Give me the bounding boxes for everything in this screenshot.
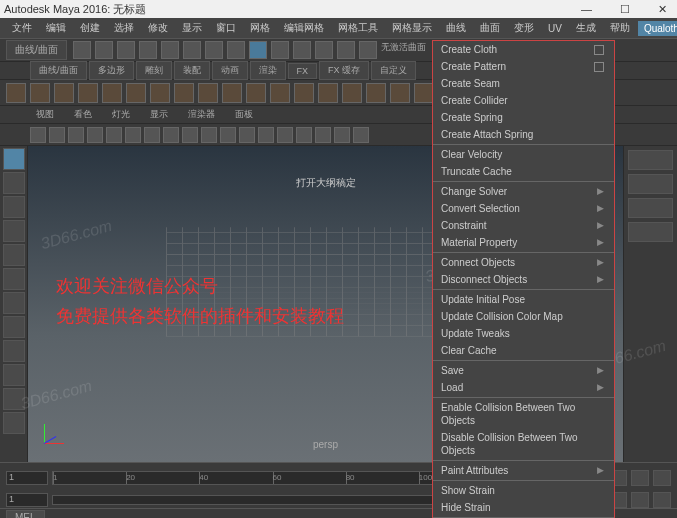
time-slider[interactable]: 120406080100120 bbox=[52, 471, 493, 485]
close-button[interactable]: ✕ bbox=[652, 3, 673, 16]
shelf-tab[interactable]: 曲线/曲面 bbox=[30, 61, 87, 80]
menu-item-clear-velocity[interactable]: Clear Velocity bbox=[433, 146, 614, 163]
vp-tool-icon[interactable] bbox=[353, 127, 369, 143]
tool-icon[interactable] bbox=[271, 41, 289, 59]
step-fwd-button[interactable] bbox=[631, 470, 649, 486]
panel-tab[interactable] bbox=[628, 150, 673, 170]
menu-文件[interactable]: 文件 bbox=[6, 19, 38, 37]
tool-icon[interactable] bbox=[117, 41, 135, 59]
tool-icon[interactable] bbox=[73, 41, 91, 59]
vp-menu-item[interactable]: 灯光 bbox=[106, 107, 136, 122]
menu-网格工具[interactable]: 网格工具 bbox=[332, 19, 384, 37]
shelf-icon[interactable] bbox=[366, 83, 386, 103]
tool-icon[interactable] bbox=[3, 292, 25, 314]
fast-fwd-button[interactable] bbox=[653, 470, 671, 486]
vp-tool-icon[interactable] bbox=[334, 127, 350, 143]
menu-显示[interactable]: 显示 bbox=[176, 19, 208, 37]
menu-item-constraint[interactable]: Constraint▶ bbox=[433, 217, 614, 234]
menu-选择[interactable]: 选择 bbox=[108, 19, 140, 37]
tool-icon[interactable] bbox=[3, 388, 25, 410]
vp-tool-icon[interactable] bbox=[68, 127, 84, 143]
maximize-button[interactable]: ☐ bbox=[614, 3, 636, 16]
menu-item-load[interactable]: Load▶ bbox=[433, 379, 614, 396]
vp-tool-icon[interactable] bbox=[30, 127, 46, 143]
tool-icon[interactable] bbox=[3, 316, 25, 338]
vp-tool-icon[interactable] bbox=[182, 127, 198, 143]
menu-item-material-property[interactable]: Material Property▶ bbox=[433, 234, 614, 251]
menu-item-create-cloth[interactable]: Create Cloth bbox=[433, 41, 614, 58]
menu-编辑[interactable]: 编辑 bbox=[40, 19, 72, 37]
menu-曲面[interactable]: 曲面 bbox=[474, 19, 506, 37]
vp-tool-icon[interactable] bbox=[163, 127, 179, 143]
mel-label[interactable]: MEL bbox=[6, 510, 45, 518]
menu-item-truncate-cache[interactable]: Truncate Cache bbox=[433, 163, 614, 180]
vp-tool-icon[interactable] bbox=[125, 127, 141, 143]
vp-menu-item[interactable]: 视图 bbox=[30, 107, 60, 122]
menu-窗口[interactable]: 窗口 bbox=[210, 19, 242, 37]
menu-qualoth[interactable]: Qualoth bbox=[638, 21, 677, 36]
shelf-icon[interactable] bbox=[246, 83, 266, 103]
shelf-icon[interactable] bbox=[318, 83, 338, 103]
menu-item-convert-selection[interactable]: Convert Selection▶ bbox=[433, 200, 614, 217]
shelf-icon[interactable] bbox=[126, 83, 146, 103]
menu-帮助[interactable]: 帮助 bbox=[604, 19, 636, 37]
shelf-icon[interactable] bbox=[102, 83, 122, 103]
vp-tool-icon[interactable] bbox=[201, 127, 217, 143]
vp-tool-icon[interactable] bbox=[87, 127, 103, 143]
menu-编辑网格[interactable]: 编辑网格 bbox=[278, 19, 330, 37]
tool-icon[interactable] bbox=[139, 41, 157, 59]
scale-tool-icon[interactable] bbox=[3, 244, 25, 266]
shelf-icon[interactable] bbox=[270, 83, 290, 103]
shelf-tab[interactable]: 渲染 bbox=[250, 61, 286, 80]
menu-item-connect-objects[interactable]: Connect Objects▶ bbox=[433, 254, 614, 271]
shelf-icon[interactable] bbox=[390, 83, 410, 103]
tool-icon[interactable] bbox=[205, 41, 223, 59]
tool-icon[interactable] bbox=[315, 41, 333, 59]
tool-icon[interactable] bbox=[161, 41, 179, 59]
shelf-tab[interactable]: FX 缓存 bbox=[319, 61, 369, 80]
menu-变形[interactable]: 变形 bbox=[508, 19, 540, 37]
menu-修改[interactable]: 修改 bbox=[142, 19, 174, 37]
shelf-icon[interactable] bbox=[222, 83, 242, 103]
shelf-icon[interactable] bbox=[78, 83, 98, 103]
shelf-tab[interactable]: 雕刻 bbox=[136, 61, 172, 80]
shelf-icon[interactable] bbox=[198, 83, 218, 103]
menu-网格显示[interactable]: 网格显示 bbox=[386, 19, 438, 37]
vp-tool-icon[interactable] bbox=[277, 127, 293, 143]
vp-tool-icon[interactable] bbox=[315, 127, 331, 143]
shelf-tab[interactable]: 自定义 bbox=[371, 61, 416, 80]
menu-item-disable-collision-between-two-objects[interactable]: Disable Collision Between Two Objects bbox=[433, 429, 614, 459]
shelf-icon[interactable] bbox=[342, 83, 362, 103]
shelf-icon[interactable] bbox=[414, 83, 434, 103]
select-tool-icon[interactable] bbox=[3, 148, 25, 170]
shelf-icon[interactable] bbox=[54, 83, 74, 103]
rotate-tool-icon[interactable] bbox=[3, 220, 25, 242]
shelf-tab[interactable]: 装配 bbox=[174, 61, 210, 80]
range-btn[interactable] bbox=[653, 492, 671, 508]
menu-item-show-strain[interactable]: Show Strain bbox=[433, 482, 614, 499]
menu-item-clear-cache[interactable]: Clear Cache bbox=[433, 342, 614, 359]
tool-icon[interactable] bbox=[3, 268, 25, 290]
option-box-icon[interactable] bbox=[594, 62, 604, 72]
menu-item-create-pattern[interactable]: Create Pattern bbox=[433, 58, 614, 75]
frame-start[interactable]: 1 bbox=[6, 471, 48, 485]
vp-menu-item[interactable]: 显示 bbox=[144, 107, 174, 122]
mode-selector[interactable]: 曲线/曲面 bbox=[6, 40, 67, 60]
shelf-icon[interactable] bbox=[294, 83, 314, 103]
shelf-icon[interactable] bbox=[30, 83, 50, 103]
menu-生成[interactable]: 生成 bbox=[570, 19, 602, 37]
shelf-icon[interactable] bbox=[6, 83, 26, 103]
menu-item-disconnect-objects[interactable]: Disconnect Objects▶ bbox=[433, 271, 614, 288]
tool-icon[interactable] bbox=[249, 41, 267, 59]
tool-icon[interactable] bbox=[359, 41, 377, 59]
tool-icon[interactable] bbox=[3, 412, 25, 434]
menu-item-create-collider[interactable]: Create Collider bbox=[433, 92, 614, 109]
range-start[interactable]: 1 bbox=[6, 493, 48, 507]
minimize-button[interactable]: — bbox=[575, 3, 598, 16]
vp-tool-icon[interactable] bbox=[144, 127, 160, 143]
menu-item-update-collision-color-map[interactable]: Update Collision Color Map bbox=[433, 308, 614, 325]
vp-tool-icon[interactable] bbox=[106, 127, 122, 143]
menu-item-enable-collision-between-two-objects[interactable]: Enable Collision Between Two Objects bbox=[433, 399, 614, 429]
panel-tab[interactable] bbox=[628, 222, 673, 242]
tool-icon[interactable] bbox=[3, 364, 25, 386]
